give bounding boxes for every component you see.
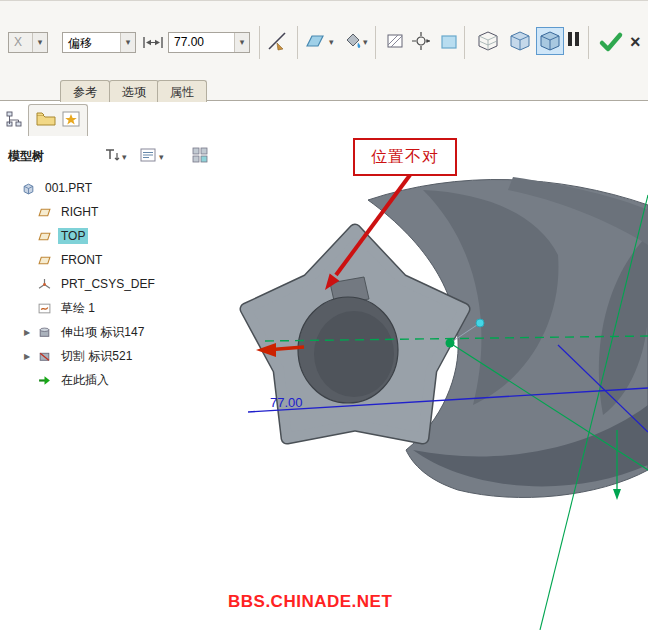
cad-window: X ▾ 偏移 ▾ 77.00 ▾ ▾ ▾ [0,0,648,630]
datum-plane-icon [38,254,54,267]
separator [375,26,376,59]
tree-item-label: PRT_CSYS_DEF [58,276,158,292]
tree-item-label: 切割 标识521 [58,347,135,366]
tree-item-label: 草绘 1 [58,299,98,318]
center-target-icon[interactable] [409,29,433,53]
tab-references[interactable]: 参考 [60,80,110,102]
depth-value: 77.00 [169,33,234,52]
flip-direction-icon[interactable] [265,29,289,53]
cut-feature-icon [38,350,54,363]
tree-item-label: 在此插入 [58,371,112,390]
datum-plane-icon[interactable] [303,29,327,53]
datum-plane-icon [38,230,54,243]
model-tree-title: 模型树 [8,148,44,165]
offset-combo-value: 偏移 [63,33,120,52]
chevron-down-icon[interactable]: ▾ [329,37,334,47]
tree-columns-icon[interactable] [140,147,156,167]
expand-arrow-icon[interactable]: ▶ [24,328,38,337]
3d-viewport[interactable]: 77.00 位置不对 BBS.CHINADE.NET [218,102,648,630]
x-combo-value: X [9,33,32,52]
chevron-down-icon[interactable]: ▾ [32,33,47,52]
navigator-tab-strip [28,104,88,136]
green-drag-handle[interactable] [446,339,455,348]
tree-item-top-plane[interactable]: ▶ TOP [0,224,218,248]
chevron-down-icon[interactable]: ▾ [363,37,368,47]
tree-filter-icon[interactable] [104,147,120,167]
tab-options[interactable]: 选项 [109,80,159,102]
tree-item-label: 伸出项 标识147 [58,323,147,342]
chevron-down-icon[interactable]: ▾ [120,33,135,52]
chevron-down-icon[interactable]: ▾ [122,152,127,162]
depth-value-combo[interactable]: 77.00 ▾ [168,32,250,53]
model-tree-panel: 模型树 ▾ ▾ ▶ 001.PRT ▶ [0,102,218,630]
part-icon [22,182,38,195]
cyan-drag-handle[interactable] [476,319,484,327]
tree-item-front-plane[interactable]: ▶ FRONT [0,248,218,272]
folder-browser-icon[interactable] [36,111,56,131]
annotation-text: 位置不对 [371,147,439,168]
dimension-arrows-icon [142,33,164,51]
tab-properties[interactable]: 属性 [157,80,207,102]
insert-here-arrow-icon [38,374,54,387]
tree-settings-icon[interactable] [192,147,208,167]
shaded-preview-icon[interactable] [536,27,564,55]
model-tree-header: 模型树 ▾ ▾ [0,142,218,170]
fill-bucket-icon[interactable] [341,29,365,53]
pause-button[interactable] [568,32,579,46]
coordinate-system-icon [38,278,54,291]
tree-item-label: RIGHT [58,204,101,220]
tree-item-cut[interactable]: ▶ 切割 标识521 [0,344,218,368]
offset-type-combo[interactable]: 偏移 ▾ [62,32,136,53]
bore-hole-depth [314,311,394,397]
forum-watermark: BBS.CHINADE.NET [228,592,392,612]
chevron-down-icon[interactable]: ▾ [159,152,164,162]
tree-item-label: 001.PRT [42,180,95,196]
wireframe-preview-icon[interactable] [474,27,502,55]
tree-item-csys[interactable]: ▶ PRT_CSYS_DEF [0,272,218,296]
dashboard-toolbar: X ▾ 偏移 ▾ 77.00 ▾ ▾ ▾ [0,0,648,101]
datum-plane-icon [38,206,54,219]
section-hatch-icon[interactable] [383,29,407,53]
separator [297,26,298,59]
navigator-hierarchy-icon[interactable] [5,110,23,132]
expand-arrow-icon[interactable]: ▶ [24,352,38,361]
tree-item-label: FRONT [58,252,105,268]
separator [588,26,589,59]
protrusion-feature-icon [38,326,54,339]
chevron-down-icon[interactable]: ▾ [234,33,249,52]
annotation-callout: 位置不对 [353,138,457,176]
geometry-preview-icon[interactable] [506,27,534,55]
tree-item-protrusion[interactable]: ▶ 伸出项 标识147 [0,320,218,344]
preview-pane-icon[interactable] [437,30,461,54]
accept-check-button[interactable] [596,27,626,57]
x-combo[interactable]: X ▾ [8,32,48,53]
green-direction-arrowhead [613,489,621,500]
3d-scene[interactable]: 77.00 [218,102,648,630]
tree-item-insert-here[interactable]: ▶ 在此插入 [0,368,218,392]
tree-item-part[interactable]: ▶ 001.PRT [0,176,218,200]
tree-item-sketch[interactable]: ▶ 草绘 1 [0,296,218,320]
separator [464,26,465,59]
separator [259,26,260,59]
cancel-close-button[interactable]: × [630,30,641,54]
tree-item-right-plane[interactable]: ▶ RIGHT [0,200,218,224]
dimension-text[interactable]: 77.00 [270,395,303,410]
sketch-icon [38,302,54,315]
tree-item-label-selected: TOP [58,228,88,244]
favorites-star-icon[interactable] [62,111,80,131]
model-tree-list: ▶ 001.PRT ▶ RIGHT ▶ TOP [0,176,218,392]
